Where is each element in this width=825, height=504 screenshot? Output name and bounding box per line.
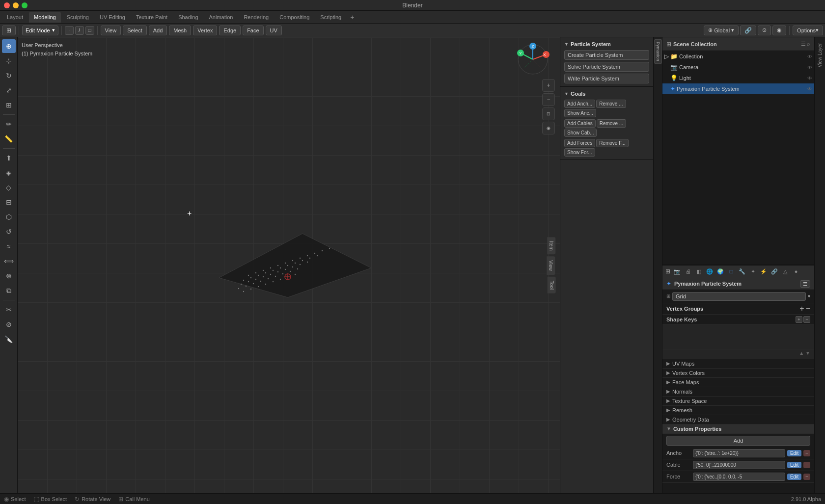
annotate-tool[interactable]: ✏ [2, 117, 16, 131]
pymaxion-eye[interactable]: 👁 [807, 86, 812, 92]
tab-rendering[interactable]: Rendering [239, 12, 274, 23]
object-props-icon[interactable]: □ [726, 266, 736, 276]
output-props-icon[interactable]: 🖨 [683, 266, 693, 276]
cp-ancho-remove-btn[interactable]: − [803, 450, 810, 456]
constraints-props-icon[interactable]: 🔗 [770, 266, 779, 276]
move-tool[interactable]: ⊹ [2, 54, 16, 68]
tab-scripting[interactable]: Scripting [315, 12, 346, 23]
select-menu[interactable]: Select [123, 26, 147, 35]
custom-props-add-btn[interactable]: Add [666, 436, 810, 446]
window-controls[interactable] [4, 2, 28, 8]
world-props-icon[interactable]: 🌍 [715, 266, 725, 276]
knife-tool[interactable]: 🔪 [2, 332, 16, 346]
mesh-select-mode-edge[interactable]: / [75, 26, 84, 35]
rip-tool[interactable]: ✂ [2, 303, 16, 317]
mesh-select-mode-face[interactable]: □ [85, 26, 94, 35]
physics-props-icon[interactable]: ⚡ [759, 266, 769, 276]
scale-tool[interactable]: ⤢ [2, 83, 16, 97]
shape-keys-header[interactable]: Shape Keys + − [662, 315, 814, 325]
tab-layout[interactable]: Layout [2, 12, 28, 23]
remesh-section[interactable]: ▶ Remesh [662, 406, 814, 415]
outliner-item-camera[interactable]: 📷 Camera 👁 [662, 62, 814, 73]
tab-animation[interactable]: Animation [204, 12, 238, 23]
tool-tab[interactable]: Tool [547, 276, 555, 293]
geometry-data-section[interactable]: ▶ Geometry Data [662, 415, 814, 424]
scene-props-icon[interactable]: 🌐 [705, 266, 715, 276]
face-menu[interactable]: Face [243, 26, 263, 35]
maximize-button[interactable] [22, 2, 28, 8]
cursor-tool[interactable]: ⊕ [2, 39, 16, 53]
view-layer-props-icon[interactable]: ◧ [694, 266, 704, 276]
tab-compositing[interactable]: Compositing [275, 12, 314, 23]
remove-forces-btn[interactable]: Remove F... [596, 139, 628, 147]
tab-modeling[interactable]: Modeling [29, 12, 61, 23]
material-props-icon[interactable]: ● [791, 266, 801, 276]
outliner-item-pymaxion[interactable]: ✦ Pymaxion Particle System 👁 [662, 83, 814, 94]
vg-add-btn[interactable]: + [799, 305, 804, 313]
view-tab[interactable]: View [547, 256, 555, 275]
filter-btn[interactable]: ☰ [800, 280, 810, 288]
add-anchors-btn[interactable]: Add Anch... [564, 100, 595, 108]
sk-down-btn[interactable]: ▼ [805, 350, 810, 356]
view-layer-tab[interactable]: View Layer [816, 39, 824, 71]
remove-anchors-btn[interactable]: Remove ... [596, 100, 626, 108]
render-props-icon[interactable]: 📷 [672, 266, 682, 276]
overlay-btn[interactable]: ◉ [772, 26, 786, 35]
cp-cable-remove-btn[interactable]: − [803, 462, 810, 468]
outliner-search-icon[interactable]: ⌕ [807, 41, 810, 47]
item-tab[interactable]: Item [547, 237, 555, 254]
vg-remove-btn[interactable]: − [806, 305, 810, 313]
normals-section[interactable]: ▶ Normals [662, 387, 814, 397]
edge-menu[interactable]: Edge [219, 26, 241, 35]
transform-pivot[interactable]: ⊕ Global ▾ [704, 26, 739, 35]
editor-type-button[interactable]: ⊞ [2, 26, 16, 35]
loop-cut-tool[interactable]: ⊟ [2, 195, 16, 209]
remove-cables-btn[interactable]: Remove ... [597, 119, 626, 128]
cp-ancho-edit-btn[interactable]: Edit [787, 450, 801, 456]
tab-uv-editing[interactable]: UV Editing [95, 12, 130, 23]
sk-up-btn[interactable]: ▲ [799, 350, 804, 356]
tab-sculpting[interactable]: Sculpting [62, 12, 94, 23]
uv-menu[interactable]: UV [266, 26, 282, 35]
data-props-icon[interactable]: △ [780, 266, 790, 276]
shear-tool[interactable]: ⧉ [2, 284, 16, 297]
bisect-tool[interactable]: ⊘ [2, 318, 16, 331]
show-cables-btn[interactable]: Show Cab... [564, 129, 597, 137]
show-anchors-btn[interactable]: Show Anc... [564, 109, 596, 117]
uv-maps-section[interactable]: ▶ UV Maps [662, 359, 814, 369]
vertex-colors-section[interactable]: ▶ Vertex Colors [662, 369, 814, 378]
mode-selector[interactable]: Edit Mode ▾ [22, 26, 58, 35]
create-particle-btn[interactable]: Create Particle System [564, 50, 649, 60]
transform-tool[interactable]: ⊞ [2, 98, 16, 112]
outliner-item-collection[interactable]: ▷ 📁 Collection 👁 [662, 51, 814, 62]
local-view-btn[interactable]: ◉ [542, 122, 555, 134]
mesh-select-mode-vert[interactable]: · [65, 26, 74, 35]
rotate-tool[interactable]: ↻ [2, 69, 16, 82]
options-btn[interactable]: Options ▾ [793, 26, 823, 35]
bevel-tool[interactable]: ◇ [2, 181, 16, 194]
modifier-props-icon[interactable]: 🔧 [737, 266, 747, 276]
cp-cable-edit-btn[interactable]: Edit [787, 462, 801, 468]
show-forces-btn[interactable]: Show For... [564, 148, 595, 157]
write-particle-btn[interactable]: Write Particle System [564, 74, 649, 83]
zoom-in-btn[interactable]: + [542, 79, 555, 92]
solve-particle-btn[interactable]: Solve Particle System [564, 62, 649, 72]
vertex-menu[interactable]: Vertex [193, 26, 217, 35]
proportional-edit[interactable]: ⊙ [758, 26, 771, 35]
face-maps-section[interactable]: ▶ Face Maps [662, 378, 814, 387]
grid-dropdown[interactable]: Grid [672, 292, 806, 301]
vertex-groups-section[interactable]: Vertex Groups + − [662, 303, 814, 315]
tab-shading[interactable]: Shading [173, 12, 203, 23]
add-menu[interactable]: Add [149, 26, 167, 35]
cp-force-remove-btn[interactable]: − [803, 474, 810, 480]
poly-build-tool[interactable]: ⬡ [2, 210, 16, 224]
spin-tool[interactable]: ↺ [2, 225, 16, 239]
texture-space-section[interactable]: ▶ Texture Space [662, 397, 814, 406]
snap-btn[interactable]: 🔗 [740, 26, 756, 35]
collection-eye[interactable]: 👁 [807, 54, 812, 59]
close-button[interactable] [4, 2, 10, 8]
viewport-gizmo[interactable]: X Y Z [516, 42, 550, 77]
view-menu[interactable]: View [101, 26, 121, 35]
outliner-filter-icon[interactable]: ☰ [801, 41, 806, 47]
particle-props-icon[interactable]: ✦ [748, 266, 758, 276]
